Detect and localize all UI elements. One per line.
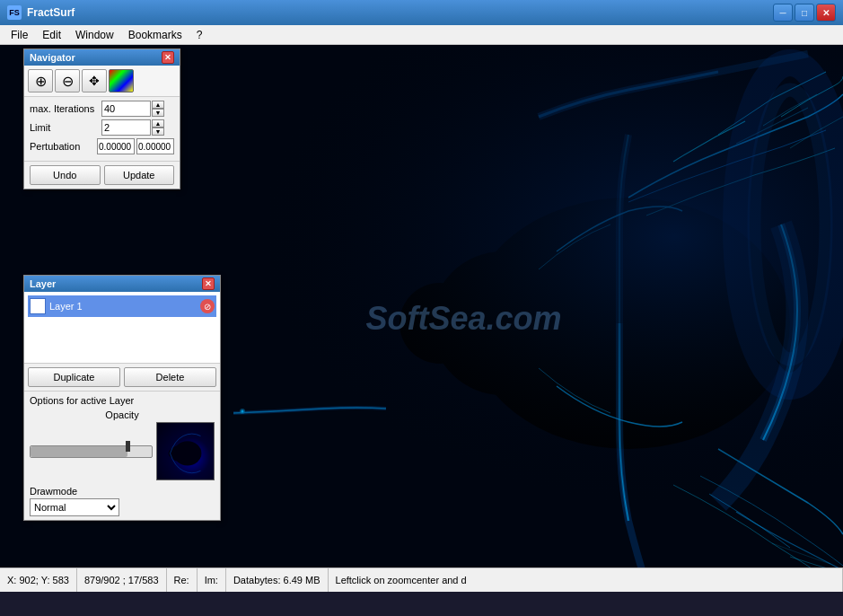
layer-panel: Layer ✕ 👁 Layer 1 ⊘ Duplicate Delete Opt… bbox=[23, 275, 221, 521]
menu-bar: File Edit Window Bookmarks ? bbox=[0, 25, 843, 45]
move-icon: ✥ bbox=[89, 74, 100, 88]
layer-item[interactable]: 👁 Layer 1 ⊘ bbox=[28, 295, 216, 317]
menu-help[interactable]: ? bbox=[189, 27, 210, 43]
max-iterations-label: max. Iterations bbox=[30, 103, 101, 114]
duplicate-button[interactable]: Duplicate bbox=[28, 367, 120, 387]
opacity-slider-thumb[interactable] bbox=[126, 441, 130, 452]
status-re: Re: bbox=[167, 568, 198, 592]
navigator-panel: Navigator ✕ ⊕ ⊖ ✥ max. Iterations ▲ bbox=[23, 48, 180, 189]
svg-point-12 bbox=[169, 449, 178, 458]
close-button[interactable]: ✕ bbox=[816, 4, 836, 22]
delete-button[interactable]: Delete bbox=[124, 367, 216, 387]
limit-down[interactable]: ▼ bbox=[152, 128, 164, 136]
status-im: Im: bbox=[198, 568, 226, 592]
perturbation-label: Pertubation bbox=[30, 141, 97, 152]
layer-actions: Duplicate Delete bbox=[24, 364, 220, 392]
limit-label: Limit bbox=[30, 122, 101, 133]
minimize-button[interactable]: ─ bbox=[773, 4, 793, 22]
opacity-label: Opacity bbox=[30, 409, 215, 420]
opacity-slider[interactable] bbox=[30, 445, 153, 458]
layer-title: Layer bbox=[30, 278, 56, 289]
status-hint: Leftclick on zoomcenter and d bbox=[329, 568, 843, 592]
limit-spinner: ▲ ▼ bbox=[152, 119, 164, 136]
options-title: Options for active Layer bbox=[30, 395, 215, 406]
app-icon: FS bbox=[7, 5, 22, 20]
max-iterations-down[interactable]: ▼ bbox=[152, 109, 164, 117]
move-button[interactable]: ✥ bbox=[82, 69, 107, 92]
navigator-form: max. Iterations ▲ ▼ Limit ▲ ▼ Pertubatio… bbox=[24, 97, 180, 161]
max-iterations-spinner: ▲ ▼ bbox=[152, 101, 164, 117]
max-iterations-row: max. Iterations ▲ ▼ bbox=[30, 101, 174, 117]
status-bar: X: 902; Y: 583 879/902 ; 17/583 Re: Im: … bbox=[0, 568, 843, 592]
navigator-title: Navigator bbox=[30, 52, 75, 63]
undo-button[interactable]: Undo bbox=[30, 165, 101, 185]
status-grid: 879/902 ; 17/583 bbox=[77, 568, 167, 592]
update-button[interactable]: Update bbox=[104, 165, 175, 185]
navigator-actions: Undo Update bbox=[24, 161, 180, 189]
max-iterations-input[interactable] bbox=[101, 101, 151, 117]
drawmode-select[interactable]: Normal Multiply Screen Overlay bbox=[30, 498, 119, 516]
max-iterations-up[interactable]: ▲ bbox=[152, 101, 164, 109]
title-bar: FS FractSurf ─ □ ✕ bbox=[0, 0, 843, 25]
navigator-header: Navigator ✕ bbox=[24, 49, 180, 66]
layer-list: 👁 Layer 1 ⊘ bbox=[24, 292, 220, 364]
color-button[interactable] bbox=[109, 69, 134, 92]
navigator-toolbar: ⊕ ⊖ ✥ bbox=[24, 66, 180, 97]
zoom-in-button[interactable]: ⊕ bbox=[28, 69, 53, 92]
limit-up[interactable]: ▲ bbox=[152, 119, 164, 128]
menu-file[interactable]: File bbox=[4, 27, 35, 43]
layer-name: Layer 1 bbox=[49, 301, 200, 312]
status-databytes: Databytes: 6.49 MB bbox=[226, 568, 329, 592]
navigator-close-button[interactable]: ✕ bbox=[162, 51, 174, 64]
zoom-out-button[interactable]: ⊖ bbox=[55, 69, 80, 92]
layer-delete-icon[interactable]: ⊘ bbox=[200, 299, 215, 313]
layer-thumbnail bbox=[156, 422, 215, 480]
menu-window[interactable]: Window bbox=[68, 27, 121, 43]
limit-input[interactable] bbox=[101, 119, 151, 136]
app-title: FractSurf bbox=[27, 6, 773, 19]
layer-visibility-icon[interactable]: 👁 bbox=[30, 298, 46, 314]
menu-bookmarks[interactable]: Bookmarks bbox=[121, 27, 189, 43]
drawmode-label: Drawmode bbox=[30, 486, 215, 497]
layer-close-button[interactable]: ✕ bbox=[202, 277, 215, 290]
zoom-out-icon: ⊖ bbox=[62, 73, 74, 90]
perturbation-row: Pertubation bbox=[30, 138, 174, 154]
main-area: SoftSea.com Navigator ✕ ⊕ ⊖ ✥ max. Itera… bbox=[0, 45, 843, 592]
perturbation-y-input[interactable] bbox=[136, 138, 174, 154]
zoom-in-icon: ⊕ bbox=[35, 73, 47, 90]
menu-edit[interactable]: Edit bbox=[35, 27, 68, 43]
limit-row: Limit ▲ ▼ bbox=[30, 119, 174, 136]
maximize-button[interactable]: □ bbox=[795, 4, 814, 22]
perturbation-x-input[interactable] bbox=[97, 138, 135, 154]
status-coords: X: 902; Y: 583 bbox=[0, 568, 77, 592]
layer-header: Layer ✕ bbox=[24, 276, 220, 292]
window-controls: ─ □ ✕ bbox=[773, 4, 836, 22]
layer-options: Options for active Layer Opacity bbox=[24, 392, 220, 520]
